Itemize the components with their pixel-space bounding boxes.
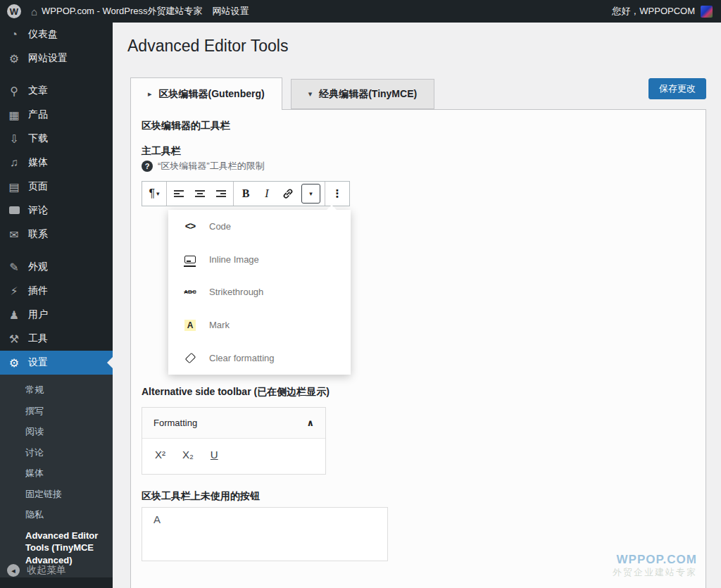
more-buttons-dropdown-button[interactable]: ▾	[301, 184, 320, 204]
unused-button-a[interactable]: A	[153, 513, 161, 525]
tab-block-editor-gutenberg[interactable]: ▸ 区块编辑器(Gutenberg)	[130, 77, 282, 110]
sidebar-item-posts[interactable]: ⚲ 文章	[0, 79, 113, 103]
formatting-panel-header[interactable]: Formatting ∧	[142, 408, 325, 439]
align-left-button[interactable]	[168, 182, 189, 205]
sidebar-item-comments[interactable]: 评论	[0, 199, 113, 223]
align-right-button[interactable]	[211, 182, 232, 205]
main-content: Advanced Editor Tools ▸ 区块编辑器(Gutenberg)…	[113, 23, 721, 588]
link-button[interactable]	[277, 182, 299, 205]
submenu-item-reading[interactable]: 阅读	[0, 421, 113, 442]
strikethrough-icon: ABC	[181, 289, 199, 295]
underline-button[interactable]: U	[211, 449, 218, 461]
sidebar-item-label: 设置	[28, 356, 48, 369]
chevron-up-icon: ∧	[306, 418, 314, 428]
dropdown-item-mark[interactable]: A Mark	[168, 308, 351, 342]
sidebar-item-label: 工具	[28, 332, 48, 345]
site-name: WPPOP.com - WordPress外贸建站专家	[42, 5, 203, 18]
admin-bar: W ⌂ WPPOP.com - WordPress外贸建站专家 网站设置 您好，…	[0, 0, 721, 23]
envelope-icon: ✉	[7, 228, 21, 242]
submenu-item-general[interactable]: 常规	[0, 380, 113, 401]
sidebar-item-label: 联系	[28, 228, 48, 241]
sidebar-item-dashboard[interactable]: ◔ 仪表盘	[0, 23, 113, 46]
tab-label: 经典编辑器(TinyMCE)	[319, 88, 417, 101]
dropdown-item-label: Strikethrough	[209, 287, 263, 297]
paragraph-icon: ¶	[149, 187, 155, 200]
wrench-icon: ⚒	[7, 332, 21, 346]
eraser-icon	[181, 355, 199, 361]
help-icon[interactable]: ?	[142, 161, 153, 172]
user-avatar[interactable]	[701, 6, 713, 18]
dropdown-item-label: Clear formatting	[209, 353, 274, 363]
kebab-menu-button[interactable]: ⋮	[327, 182, 348, 205]
align-left-icon	[172, 187, 186, 201]
sidebar-item-settings[interactable]: ⚙ 设置	[0, 351, 113, 375]
home-icon: ⌂	[31, 6, 37, 18]
subscript-button[interactable]: X₂	[182, 449, 194, 461]
site-link[interactable]: ⌂ WPPOP.com - WordPress外贸建站专家	[31, 5, 203, 18]
paragraph-dropdown-button[interactable]: ¶ ▾	[144, 182, 165, 205]
sidebar-item-plugins[interactable]: ⚡ 插件	[0, 279, 113, 303]
sidebar-item-site-settings[interactable]: ⚙ 网站设置	[0, 46, 113, 70]
settings-panel: 区块编辑器的工具栏 主工具栏 ? “区块编辑器”工具栏的限制 ¶ ▾	[130, 109, 706, 588]
align-center-button[interactable]	[189, 182, 211, 205]
sidebar-item-label: 下载	[28, 132, 48, 145]
admin-bar-site-settings[interactable]: 网站设置	[213, 5, 249, 18]
sidebar-item-media[interactable]: ♫ 媒体	[0, 151, 113, 175]
block-toolbar-heading: 区块编辑器的工具栏	[142, 120, 230, 132]
toolbar-help-row: ? “区块编辑器”工具栏的限制	[142, 160, 265, 173]
main-toolbar-heading: 主工具栏	[142, 145, 181, 158]
dropdown-item-clear-formatting[interactable]: Clear formatting	[168, 342, 351, 375]
save-changes-button[interactable]: 保存更改	[648, 78, 706, 99]
site-settings-label: 网站设置	[213, 5, 249, 18]
dropdown-item-inline-image[interactable]: Inline Image	[168, 243, 351, 276]
align-center-icon	[193, 187, 207, 201]
unused-buttons-box: A	[142, 507, 388, 561]
pages-icon: ▤	[7, 180, 21, 194]
sidebar-item-label: 外观	[28, 261, 48, 273]
collapse-menu-label: 收起菜单	[27, 564, 66, 577]
sidebar-item-pages[interactable]: ▤ 页面	[0, 175, 113, 199]
sidebar-item-products[interactable]: ▦ 产品	[0, 103, 113, 127]
dropdown-item-strikethrough[interactable]: ABC Strikethrough	[168, 276, 351, 309]
comment-bubble-icon	[7, 204, 21, 217]
submenu-item-media[interactable]: 媒体	[0, 463, 113, 484]
submenu-item-writing[interactable]: 撰写	[0, 401, 113, 422]
settings-submenu: 常规 撰写 阅读 讨论 媒体 固定链接 隐私 Advanced Editor T…	[0, 375, 113, 577]
inline-image-icon	[181, 256, 199, 263]
caret-down-icon: ▾	[309, 190, 313, 197]
sidebar-item-label: 产品	[28, 108, 48, 121]
sidebar-item-label: 评论	[28, 204, 48, 217]
sidebar-item-label: 文章	[28, 85, 48, 97]
sidebar-item-downloads[interactable]: ⇩ 下载	[0, 127, 113, 151]
italic-button[interactable]: I	[256, 182, 277, 205]
tab-classic-editor-tinymce[interactable]: ▾ 经典编辑器(TinyMCE)	[291, 79, 435, 109]
editor-toolbar: ¶ ▾ B I	[142, 181, 350, 206]
sidebar-item-label: 网站设置	[28, 52, 68, 65]
sidebar-item-appearance[interactable]: ✎ 外观	[0, 255, 113, 279]
sidebar-item-label: 插件	[28, 284, 48, 297]
submenu-item-privacy[interactable]: 隐私	[0, 504, 113, 525]
greeting-text[interactable]: 您好，WPPOPCOM	[612, 5, 695, 18]
plugin-icon: ⚡	[7, 284, 21, 298]
bold-button[interactable]: B	[235, 182, 256, 205]
sidebar-item-contact[interactable]: ✉ 联系	[0, 223, 113, 246]
unused-buttons-heading: 区块工具栏上未使用的按钮	[142, 490, 260, 503]
dropdown-item-label: Inline Image	[209, 254, 259, 265]
sidebar-item-label: 媒体	[28, 156, 48, 169]
sidebar-item-label: 页面	[28, 180, 48, 193]
submenu-item-permalinks[interactable]: 固定链接	[0, 484, 113, 505]
watermark-line2: 外贸企业建站专家	[613, 567, 697, 578]
collapse-menu-button[interactable]: ◂ 收起菜单	[0, 558, 113, 582]
superscript-button[interactable]: X²	[155, 449, 165, 461]
formatting-panel: Formatting ∧ X² X₂ U	[142, 407, 326, 475]
sidebar-item-users[interactable]: ♟ 用户	[0, 303, 113, 327]
dropdown-item-code[interactable]: <> Code	[168, 210, 351, 243]
sidebar-item-tools[interactable]: ⚒ 工具	[0, 327, 113, 351]
dashboard-icon: ◔	[7, 28, 21, 41]
alt-toolbar-heading: Alternative side toolbar (已在侧边栏显示)	[142, 386, 330, 399]
tab-bar: ▸ 区块编辑器(Gutenberg) ▾ 经典编辑器(TinyMCE)	[130, 77, 434, 110]
link-icon	[281, 187, 295, 201]
tab-label: 区块编辑器(Gutenberg)	[159, 88, 265, 101]
submenu-item-discussion[interactable]: 讨论	[0, 442, 113, 463]
wordpress-logo-icon[interactable]: W	[7, 4, 21, 18]
